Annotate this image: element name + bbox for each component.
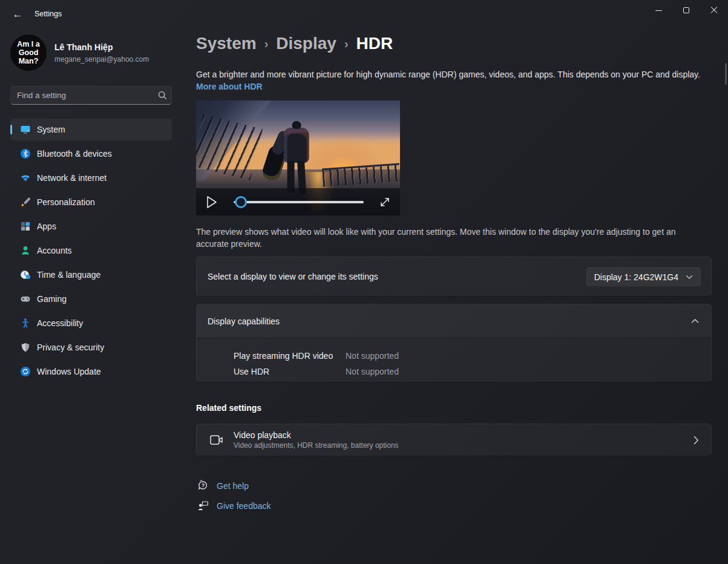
svg-text:?: ?	[201, 482, 204, 488]
apps-grid-icon	[20, 221, 31, 232]
sidebar-nav: System Bluetooth & devices Network & int…	[10, 119, 172, 385]
update-icon	[20, 366, 31, 377]
user-name: Lê Thanh Hiệp	[54, 42, 113, 52]
capabilities-title: Display capabilities	[208, 316, 691, 326]
person-icon	[20, 245, 31, 256]
back-button[interactable]: ←	[7, 6, 28, 23]
sidebar-item-label: Gaming	[37, 294, 67, 304]
selected-indicator	[10, 125, 12, 134]
display-capabilities-card: Display capabilities Play streaming HDR …	[196, 304, 712, 382]
minimize-button[interactable]	[644, 0, 672, 21]
more-about-hdr-link[interactable]: More about HDR	[196, 82, 263, 91]
seek-slider[interactable]	[234, 196, 364, 208]
sidebar-item-apps[interactable]: Apps	[10, 215, 172, 237]
sidebar-item-privacy-security[interactable]: Privacy & security	[10, 336, 172, 358]
sidebar-item-windows-update[interactable]: Windows Update	[10, 361, 172, 382]
chevron-right-icon	[694, 436, 699, 445]
sidebar-item-label: Time & language	[37, 270, 100, 280]
sidebar-item-label: Apps	[37, 221, 56, 231]
capability-row: Play streaming HDR video Not supported	[234, 348, 711, 364]
breadcrumb-separator: ›	[344, 37, 349, 51]
search-icon[interactable]	[153, 91, 171, 100]
accessibility-icon	[20, 318, 31, 329]
app-title: Settings	[34, 10, 62, 18]
sidebar-item-label: Privacy & security	[37, 343, 104, 352]
hdr-video-preview[interactable]	[196, 100, 400, 215]
video-controls	[196, 188, 400, 215]
system-monitor-icon	[20, 124, 31, 135]
sidebar-item-time-language[interactable]: Time & language	[10, 264, 172, 286]
seek-track[interactable]	[234, 201, 364, 203]
search-input[interactable]	[11, 91, 153, 100]
sidebar-item-personalization[interactable]: Personalization	[10, 191, 172, 213]
avatar-text-line: Am I a	[17, 40, 40, 48]
sidebar-item-accounts[interactable]: Accounts	[10, 240, 172, 261]
chevron-up-icon[interactable]	[691, 318, 699, 324]
user-email: megane_senpai@yahoo.com	[54, 55, 149, 64]
sidebar-item-label: Accessibility	[37, 318, 83, 328]
brush-icon	[20, 197, 31, 208]
get-help-link[interactable]: ? Get help	[196, 480, 249, 491]
breadcrumb-system[interactable]: System	[196, 34, 257, 53]
sidebar-item-accessibility[interactable]: Accessibility	[10, 312, 172, 334]
sidebar-item-label: System	[37, 125, 65, 134]
help-bubble-icon: ?	[196, 480, 209, 491]
scrollbar-thumb[interactable]	[725, 63, 727, 85]
breadcrumb-display[interactable]: Display	[276, 34, 336, 53]
close-button[interactable]	[700, 0, 728, 21]
related-settings-title: Related settings	[196, 403, 261, 413]
avatar-text-line: Man?	[19, 57, 39, 65]
sidebar-item-system[interactable]: System	[10, 119, 172, 140]
hdr-intro-line: Get a brighter and more vibrant picture …	[196, 70, 700, 79]
display-select-label: Select a display to view or change its s…	[208, 272, 378, 281]
chevron-down-icon	[686, 275, 693, 280]
avatar-text-line: Good	[19, 48, 39, 57]
clock-icon	[20, 269, 31, 280]
capability-value: Not supported	[346, 351, 399, 361]
bluetooth-icon	[20, 148, 31, 159]
video-playback-title: Video playback	[234, 430, 399, 440]
capability-label: Play streaming HDR video	[234, 351, 346, 361]
video-playback-card[interactable]: Video playback Video adjustments, HDR st…	[196, 424, 712, 456]
display-select-card: Select a display to view or change its s…	[196, 257, 712, 297]
display-dropdown-value: Display 1: 24G2W1G4	[594, 272, 678, 282]
wifi-icon	[20, 172, 31, 183]
sidebar-item-gaming[interactable]: Gaming	[10, 288, 172, 310]
close-icon	[710, 7, 718, 14]
sidebar-item-label: Personalization	[37, 197, 95, 207]
display-dropdown[interactable]: Display 1: 24G2W1G4	[586, 267, 701, 287]
get-help-label: Get help	[217, 481, 249, 491]
sidebar-item-bluetooth-devices[interactable]: Bluetooth & devices	[10, 143, 172, 165]
sidebar-item-network-internet[interactable]: Network & internet	[10, 167, 172, 189]
sidebar-item-label: Network & internet	[37, 173, 107, 183]
minimize-icon	[655, 10, 662, 11]
sidebar-item-label: Accounts	[37, 246, 72, 255]
hdr-intro-text: Get a brighter and more vibrant picture …	[196, 68, 712, 93]
capability-label: Use HDR	[234, 367, 346, 376]
video-playback-subtitle: Video adjustments, HDR streaming, batter…	[234, 441, 399, 450]
capabilities-body: Play streaming HDR video Not supported U…	[197, 338, 711, 379]
capability-row: Use HDR Not supported	[234, 364, 711, 379]
seek-thumb[interactable]	[235, 196, 247, 208]
play-button[interactable]	[205, 195, 219, 209]
gamepad-icon	[20, 293, 31, 304]
shield-icon	[20, 342, 31, 353]
avatar[interactable]: Am I a Good Man?	[10, 34, 47, 71]
page-title: HDR	[356, 34, 393, 53]
give-feedback-label: Give feedback	[217, 501, 271, 511]
sidebar-item-label: Windows Update	[37, 367, 101, 376]
search-box[interactable]	[10, 86, 172, 105]
preview-note: The preview shows what video will look l…	[196, 226, 687, 250]
give-feedback-link[interactable]: Give feedback	[196, 500, 271, 511]
feedback-person-icon	[196, 500, 209, 511]
titlebar: ← Settings	[0, 0, 728, 28]
maximize-button[interactable]	[672, 0, 700, 21]
maximize-icon	[683, 7, 689, 13]
fullscreen-icon[interactable]	[378, 195, 392, 209]
breadcrumb-separator: ›	[264, 37, 269, 51]
person-silhouette	[276, 121, 318, 197]
capabilities-expander-header[interactable]: Display capabilities	[197, 304, 711, 338]
breadcrumb: System › Display › HDR	[196, 34, 393, 53]
video-camera-icon	[209, 433, 224, 447]
sidebar-item-label: Bluetooth & devices	[37, 149, 112, 159]
